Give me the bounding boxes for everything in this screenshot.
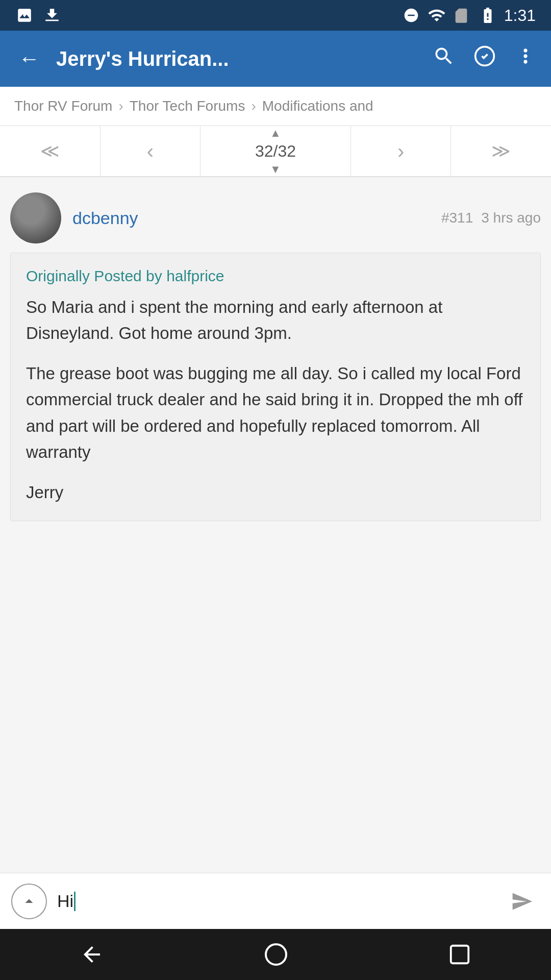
reply-input-text: Hi — [57, 891, 73, 911]
post-meta: dcbenny — [72, 208, 430, 228]
svg-rect-2 — [450, 946, 468, 964]
page-indicator[interactable]: ▲ 32/32 ▼ — [201, 126, 350, 176]
post-header-right: #311 3 hrs ago — [441, 210, 541, 226]
breadcrumb-sep-1: › — [118, 98, 123, 114]
quote-paragraph-2: The grease boot was bugging me all day. … — [26, 360, 525, 465]
reply-input-container: Hi — [57, 891, 494, 911]
first-page-button[interactable]: ≪ — [0, 126, 101, 176]
back-button[interactable]: ← — [14, 42, 44, 75]
check-circle-button[interactable] — [473, 45, 496, 72]
nav-back-button[interactable] — [80, 942, 104, 967]
nav-bar — [0, 929, 551, 980]
clock: 1:31 — [504, 6, 536, 25]
do-not-disturb-icon — [402, 6, 420, 24]
wifi-icon — [428, 6, 446, 24]
battery-icon — [479, 6, 497, 24]
post-number: #311 — [441, 210, 473, 226]
quote-author[interactable]: Originally Posted by halfprice — [26, 267, 525, 285]
quote-text: So Maria and i spent the morning and ear… — [26, 294, 525, 505]
app-bar-actions — [433, 45, 537, 72]
nav-recent-button[interactable] — [448, 943, 471, 966]
search-button[interactable] — [433, 45, 455, 72]
sim-icon — [453, 6, 471, 24]
post-header: dcbenny #311 3 hrs ago — [10, 192, 541, 243]
avatar — [10, 192, 61, 243]
prev-page-button[interactable]: ‹ — [101, 126, 201, 176]
app-bar: ← Jerry's Hurrican... — [0, 31, 551, 87]
last-page-icon: ≫ — [491, 140, 511, 162]
download-icon — [43, 6, 61, 24]
svg-point-1 — [266, 944, 286, 965]
post-username[interactable]: dcbenny — [72, 208, 138, 228]
page-up-arrow: ▲ — [270, 127, 281, 140]
avatar-image — [10, 192, 61, 243]
breadcrumb-item-1[interactable]: Thor RV Forum — [14, 98, 112, 114]
post-area: dcbenny #311 3 hrs ago Originally Posted… — [0, 177, 551, 873]
quote-signature: Jerry — [26, 479, 525, 505]
status-bar-left-icons — [15, 6, 61, 24]
send-button[interactable] — [504, 884, 540, 919]
status-bar-right-icons: 1:31 — [402, 6, 536, 25]
quote-paragraph-1: So Maria and i spent the morning and ear… — [26, 294, 525, 346]
pagination-bar: ≪ ‹ ▲ 32/32 ▼ › ≫ — [0, 126, 551, 177]
reply-bar: Hi — [0, 873, 551, 929]
breadcrumb: Thor RV Forum › Thor Tech Forums › Modif… — [0, 87, 551, 126]
prev-page-icon: ‹ — [147, 140, 154, 163]
page-display: 32/32 — [255, 142, 296, 161]
last-page-button[interactable]: ≫ — [451, 126, 551, 176]
breadcrumb-sep-2: › — [251, 98, 256, 114]
page-down-arrow: ▼ — [270, 163, 281, 176]
post-container: dcbenny #311 3 hrs ago Originally Posted… — [10, 192, 541, 521]
breadcrumb-item-2[interactable]: Thor Tech Forums — [130, 98, 245, 114]
expand-reply-button[interactable] — [11, 884, 47, 919]
image-icon — [15, 6, 34, 24]
more-vert-button[interactable] — [514, 45, 537, 72]
quote-box: Originally Posted by halfprice So Maria … — [10, 253, 541, 521]
cursor — [74, 892, 76, 911]
app-bar-title: Jerry's Hurrican... — [56, 47, 420, 70]
status-bar: 1:31 — [0, 0, 551, 31]
first-page-icon: ≪ — [40, 140, 60, 162]
nav-home-button[interactable] — [264, 942, 288, 967]
breadcrumb-item-3[interactable]: Modifications and — [262, 98, 373, 114]
next-page-icon: › — [397, 140, 404, 163]
post-time: 3 hrs ago — [481, 210, 541, 226]
next-page-button[interactable]: › — [351, 126, 452, 176]
